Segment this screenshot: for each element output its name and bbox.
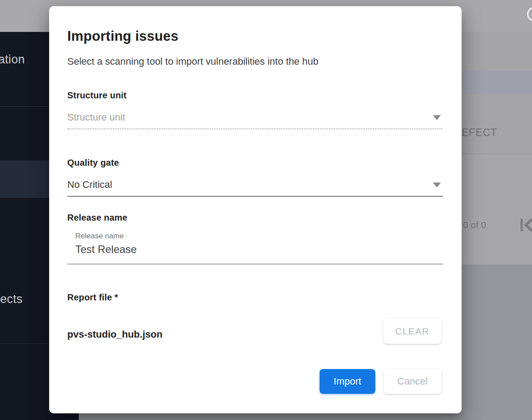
column-header-defect[interactable]: EFECT: [462, 127, 497, 139]
import-button[interactable]: Import: [320, 369, 375, 394]
pagination-range-label: 0 of 0: [463, 220, 486, 230]
dialog-title: Importing issues: [67, 28, 178, 44]
release-name-field[interactable]: Release name Test Release: [67, 232, 443, 264]
release-name-label: Release name: [67, 213, 127, 223]
structure-unit-label: Structure unit: [67, 90, 127, 101]
cancel-button[interactable]: Cancel: [384, 369, 441, 394]
report-file-name: pvs-studio_hub.json: [67, 329, 162, 340]
quality-gate-value: No Critical: [67, 179, 443, 196]
quality-gate-select[interactable]: No Critical: [67, 179, 443, 197]
first-page-icon[interactable]: [520, 218, 532, 232]
release-name-floating-label: Release name: [75, 232, 443, 241]
dialog-subtitle: Select a scanning tool to import vulnera…: [67, 56, 318, 67]
sidebar-item-projects[interactable]: jects: [0, 292, 23, 306]
quality-gate-label: Quality gate: [67, 158, 119, 168]
chevron-down-icon: [433, 183, 441, 187]
structure-unit-select[interactable]: Structure unit: [67, 112, 443, 129]
sidebar-item-configuration[interactable]: ation: [0, 53, 25, 66]
release-name-input[interactable]: Test Release: [75, 243, 443, 256]
importing-issues-dialog: Importing issues Select a scanning tool …: [49, 6, 462, 413]
chevron-down-icon: [433, 115, 441, 120]
report-file-label: Report file *: [67, 292, 118, 303]
structure-unit-placeholder: Structure unit: [67, 112, 443, 128]
clear-button[interactable]: CLEAR: [383, 319, 441, 344]
